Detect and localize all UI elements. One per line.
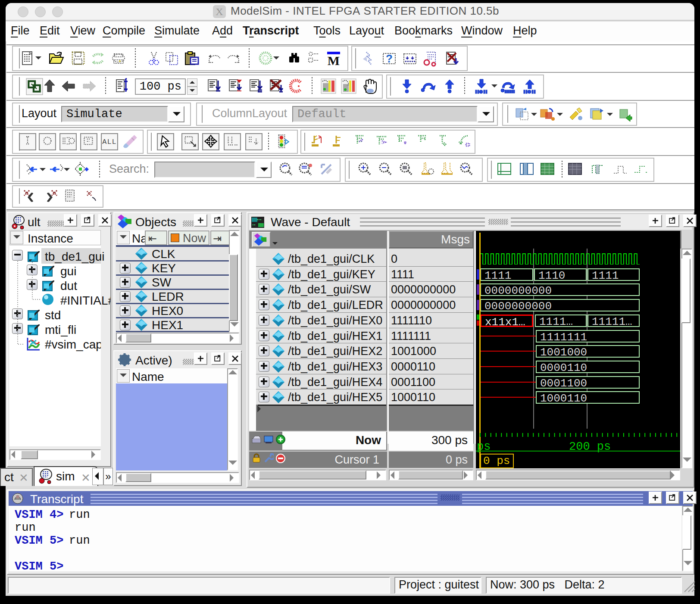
svg-text:ALL: ALL [102,138,116,146]
svg-text:?: ? [386,52,393,65]
svg-text:M: M [328,53,340,67]
